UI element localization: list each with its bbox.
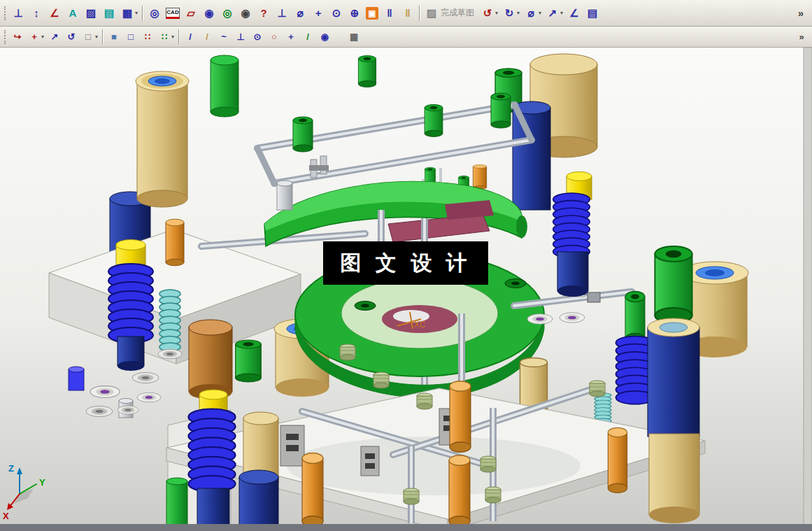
undo-curve-icon[interactable]: ↺▾ (478, 4, 500, 22)
watermark-text: 图 文 设 计 (340, 251, 471, 274)
concentric-circle-glyph: ◎ (220, 6, 234, 20)
angular-dimension-glyph: ∠ (48, 6, 62, 20)
offset-center-point-icon[interactable]: ⊕ (346, 4, 364, 22)
section-view-icon[interactable]: ▤ (100, 4, 118, 22)
angle-line-icon[interactable]: / (299, 29, 316, 45)
main-toolbar: ⊥↕∠A▨▤▦▾◎CAD▱◉◎◉?⊥⌀+⊙⊕▣‖‖▨完成草图↺▾↻▾⌀▾↗▾∠▤… (0, 0, 812, 27)
offset-center-point-glyph: ⊕ (348, 6, 362, 20)
dimension-query-icon[interactable]: ? (255, 4, 273, 22)
chamfer-glyph: ∠ (567, 6, 581, 20)
text-note-icon[interactable]: A (64, 4, 82, 22)
linear-dimension-glyph: ↕ (29, 6, 43, 20)
axis-x-label: X (3, 511, 9, 521)
toolbar-overflow-icon[interactable]: » (792, 4, 810, 22)
symmetry-centerline-icon[interactable]: ⊙ (327, 4, 346, 22)
dropdown-arrow-icon[interactable]: ▾ (539, 10, 541, 16)
watermark-banner: 图 文 设 计 (323, 241, 488, 285)
graphics-window[interactable]: 图 文 设 计 XC Z Y X (0, 48, 812, 531)
crosshatch-icon[interactable]: ▨ (82, 4, 100, 22)
centerline-icon[interactable]: + (309, 4, 327, 22)
3d-viewport[interactable]: 图 文 设 计 XC Z Y X (0, 48, 812, 531)
dropdown-arrow-icon[interactable]: ▾ (560, 10, 563, 16)
ordinate-dimension-icon[interactable]: ⊥ (273, 4, 291, 22)
toolbar-grip[interactable] (4, 6, 7, 20)
finish-sketch-label: 完成草图 (441, 7, 474, 19)
undo-curve-glyph: ↺ (480, 6, 494, 20)
wireframe-view-glyph: □ (124, 31, 137, 43)
pin-tool-glyph: ‖ (401, 6, 415, 20)
dropdown-arrow-icon[interactable]: ▾ (41, 34, 44, 40)
orient-view-icon[interactable]: ↗ (46, 29, 63, 45)
snap-toolbar: ↪+▾↗↺□▾■□∷∷▾//~⊥⊙○+/◉▦» (0, 27, 812, 48)
shaded-view-icon[interactable]: ■ (106, 29, 122, 45)
selection-rectangle-icon[interactable]: □▾ (80, 29, 100, 45)
snap-sphere-icon[interactable]: ◉ (316, 29, 333, 45)
linear-dimension-icon[interactable]: ↕ (27, 4, 45, 22)
wcs-label: XC (414, 320, 426, 330)
line-tool-glyph: / (184, 31, 197, 43)
sheet-layout-icon[interactable]: ▤ (583, 4, 601, 22)
block-tool-icon[interactable]: ▣ (364, 4, 380, 22)
toolbar-separator (142, 6, 143, 21)
stud-tool-icon[interactable]: ‖ (380, 4, 399, 22)
point-tool-glyph: + (285, 31, 297, 43)
profile-line-icon[interactable]: / (199, 29, 215, 45)
toolbar-grip[interactable] (4, 30, 7, 44)
pan-rotate-icon[interactable]: ↺ (63, 29, 80, 45)
diameter-dimension-icon[interactable]: ⌀ (291, 4, 309, 22)
circle-tool-glyph: ○ (268, 31, 280, 43)
centerline-glyph: + (311, 6, 325, 20)
spreadsheet-glyph: ▦ (348, 31, 360, 43)
snap-point-set-icon[interactable]: ∷ (139, 29, 156, 45)
snap-point-set-glyph: ∷ (141, 31, 154, 43)
point-tool-icon[interactable]: + (283, 29, 299, 45)
redo-curve-icon[interactable]: ↻▾ (500, 4, 522, 22)
dropdown-arrow-icon[interactable]: ▾ (95, 34, 98, 40)
explode-view-glyph: ↪ (11, 31, 24, 43)
dropdown-arrow-icon[interactable]: ▾ (495, 10, 498, 16)
concentric-snap-glyph: ⊙ (251, 31, 264, 43)
angular-dimension-icon[interactable]: ∠ (45, 4, 64, 22)
axis-y-label: Y (39, 477, 45, 488)
dropdown-arrow-icon[interactable]: ▾ (171, 34, 174, 40)
chamfer-icon[interactable]: ∠ (565, 4, 583, 22)
visibility-eye-icon[interactable]: ◉ (236, 4, 255, 22)
edit-annotation-icon[interactable]: ▱ (182, 4, 200, 22)
view-break-glyph: ▦ (120, 6, 134, 20)
toolbar-separator (419, 6, 420, 21)
wireframe-view-icon[interactable]: □ (122, 29, 139, 45)
line-tool-icon[interactable]: / (182, 29, 199, 45)
cad-standards-icon[interactable]: CAD (164, 4, 182, 22)
spline-tool-icon[interactable]: ~ (215, 29, 232, 45)
measure-distance-glyph: ⌀ (524, 6, 538, 20)
circle-tool-icon[interactable]: ○ (266, 29, 283, 45)
grid-point-icon[interactable]: +▾ (26, 29, 46, 45)
dropdown-arrow-icon[interactable]: ▾ (135, 10, 138, 16)
sphere-display-icon[interactable]: ◉ (200, 4, 218, 22)
toolbar-separator (102, 29, 104, 45)
pin-tool-icon[interactable]: ‖ (399, 4, 417, 22)
spreadsheet-icon[interactable]: ▦ (346, 29, 362, 45)
shaded-view-glyph: ■ (108, 31, 120, 43)
snap-point-options-icon[interactable]: ∷▾ (156, 29, 176, 45)
ordinate-dimension-glyph: ⊥ (275, 6, 289, 20)
toolbar-overflow-2-icon[interactable]: » (793, 29, 810, 45)
pan-rotate-glyph: ↺ (65, 31, 78, 43)
concentric-circle-icon[interactable]: ◎ (218, 4, 236, 22)
view-break-icon[interactable]: ▦▾ (118, 4, 140, 22)
measure-distance-icon[interactable]: ⌀▾ (522, 4, 543, 22)
point-target-icon[interactable]: ◎ (145, 4, 164, 22)
right-gutter (804, 48, 812, 531)
point-on-curve-icon[interactable]: ⊥ (232, 29, 249, 45)
dimension-query-glyph: ? (257, 6, 271, 20)
move-object-icon[interactable]: ↗▾ (543, 4, 565, 22)
finish-sketch-glyph: ▨ (425, 6, 439, 20)
datum-feature-icon[interactable]: ⊥ (9, 4, 27, 22)
dropdown-arrow-icon[interactable]: ▾ (517, 10, 520, 16)
crosshatch-glyph: ▨ (84, 6, 98, 20)
explode-view-icon[interactable]: ↪ (9, 29, 26, 45)
snap-sphere-glyph: ◉ (318, 31, 331, 43)
selection-rectangle-glyph: □ (82, 31, 94, 43)
concentric-snap-icon[interactable]: ⊙ (249, 29, 266, 45)
finish-sketch-icon[interactable]: ▨完成草图 (422, 4, 478, 22)
